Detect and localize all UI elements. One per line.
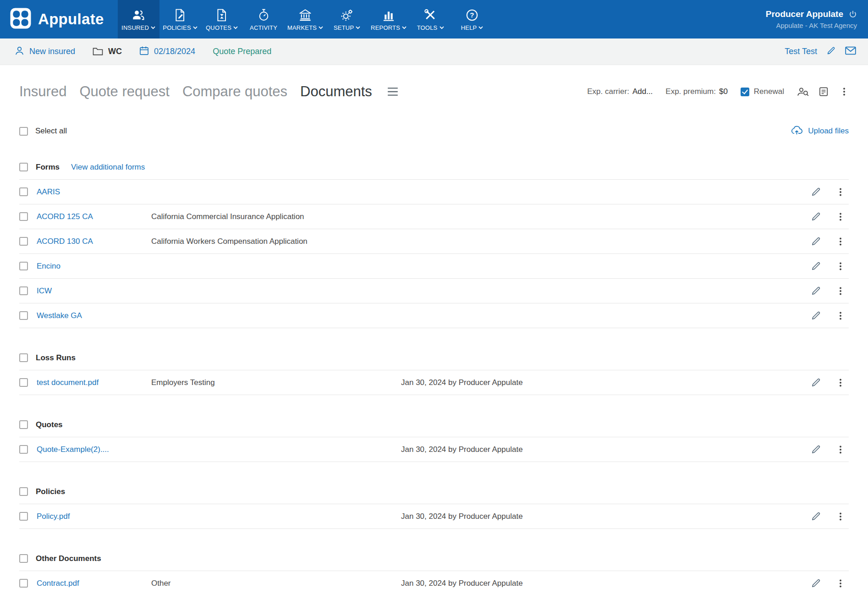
row-checkbox[interactable] [19,445,28,454]
document-description: California Workers Compensation Applicat… [151,237,401,246]
kebab-menu-icon[interactable] [836,378,845,388]
row-checkbox[interactable] [19,311,28,320]
row-checkbox[interactable] [19,262,28,270]
kebab-menu-icon[interactable] [840,87,849,97]
tab-quote-request[interactable]: Quote request [79,83,169,100]
main-content: Insured Quote request Compare quotes Doc… [0,83,868,594]
nav-reports[interactable]: REPORTS [368,0,410,38]
section-checkbox[interactable] [19,420,28,429]
user-link[interactable]: Test Test [785,47,817,56]
edit-icon[interactable] [811,261,821,271]
document-row: test document.pdf Employers Testing Jan … [19,370,849,395]
bar-chart-icon [382,8,395,22]
nav-tools[interactable]: TOOLS [410,0,451,38]
edit-icon[interactable] [811,511,821,522]
document-row: Encino [19,254,849,279]
nav-quotes[interactable]: QUOTES [201,0,243,38]
document-link[interactable]: Encino [37,262,151,271]
document-meta: Jan 30, 2024 by Producer Appulate [401,579,798,588]
document-row: Quote-Example(2).... Jan 30, 2024 by Pro… [19,437,849,462]
nav-markets[interactable]: MARKETS [285,0,326,38]
nav-label: HELP [461,24,477,31]
section-header-forms: Forms View additional forms [19,155,849,180]
person-search-icon[interactable] [797,87,809,97]
tab-compare-quotes[interactable]: Compare quotes [182,83,287,100]
select-all-checkbox[interactable] [19,127,28,136]
row-checkbox[interactable] [19,237,28,246]
document-link[interactable]: test document.pdf [37,378,151,387]
edit-icon[interactable] [811,286,821,296]
nav-setup[interactable]: SETUP [326,0,368,38]
new-insured-button[interactable]: New insured [15,46,75,58]
document-link[interactable]: ICW [37,286,151,296]
section-checkbox[interactable] [19,554,28,563]
document-link[interactable]: AARIS [37,187,151,197]
chevron-down-icon [402,26,407,29]
document-link[interactable]: Policy.pdf [37,512,151,521]
row-checkbox[interactable] [19,212,28,221]
nav-activity[interactable]: ACTIVITY [243,0,285,38]
document-description: Employers Testing [151,378,401,387]
section-title: Other Documents [36,554,101,563]
document-link[interactable]: Westlake GA [37,311,151,320]
section-checkbox[interactable] [19,487,28,496]
row-checkbox[interactable] [19,286,28,295]
renewal-label: Renewal [754,87,784,96]
section-title: Loss Runs [36,353,76,363]
exp-premium-value: $0 [719,87,728,96]
brand[interactable]: Appulate [0,0,118,38]
kebab-menu-icon[interactable] [836,512,845,522]
edit-icon[interactable] [811,211,821,222]
kebab-menu-icon[interactable] [836,311,845,321]
edit-icon[interactable] [811,377,821,388]
kebab-menu-icon[interactable] [836,261,845,271]
nav-label: SETUP [334,24,354,31]
view-additional-forms-link[interactable]: View additional forms [71,163,145,172]
renewal-checkbox[interactable] [741,88,749,96]
tabs-menu-icon[interactable] [387,87,399,96]
tab-documents[interactable]: Documents [300,83,372,100]
document-link[interactable]: Contract.pdf [37,579,151,588]
section-header-other-documents: Other Documents [19,546,849,571]
pencil-icon [826,46,836,58]
tab-insured[interactable]: Insured [19,83,66,100]
kebab-menu-icon[interactable] [836,445,845,455]
edit-icon[interactable] [811,310,821,321]
document-link[interactable]: Quote-Example(2).... [37,445,151,454]
exp-carrier-add-link[interactable]: Add... [632,87,653,96]
chevron-down-icon [151,26,155,29]
edit-icon[interactable] [811,187,821,197]
edit-user-button[interactable] [826,46,836,58]
kebab-menu-icon[interactable] [836,212,845,222]
effective-date-button[interactable]: 02/18/2024 [139,46,195,58]
section-checkbox[interactable] [19,353,28,362]
kebab-menu-icon[interactable] [836,578,845,588]
main-menu: INSURED POLICIES QUOTES ACTIVITY MARKETS [118,0,493,38]
section-checkbox[interactable] [19,163,28,171]
kebab-menu-icon[interactable] [836,187,845,197]
edit-icon[interactable] [811,578,821,588]
edit-icon[interactable] [811,444,821,455]
logout-power-icon[interactable] [849,10,857,18]
row-checkbox[interactable] [19,579,28,588]
edit-icon[interactable] [811,236,821,247]
email-button[interactable] [845,46,856,57]
nav-label: POLICIES [163,24,191,31]
nav-label: MARKETS [287,24,317,31]
notes-icon[interactable] [819,87,830,97]
row-checkbox[interactable] [19,512,28,521]
nav-label: TOOLS [417,24,438,31]
nav-policies[interactable]: POLICIES [159,0,201,38]
kebab-menu-icon[interactable] [836,236,845,247]
document-link[interactable]: ACORD 125 CA [37,212,151,221]
nav-insured[interactable]: INSURED [118,0,159,38]
upload-files-button[interactable]: Upload files [791,125,849,138]
document-row: ICW [19,279,849,303]
exp-premium-label: Exp. premium: [665,87,716,96]
row-checkbox[interactable] [19,378,28,387]
row-checkbox[interactable] [19,187,28,196]
appulate-logo-icon [10,8,31,31]
nav-help[interactable]: ? HELP [451,0,493,38]
document-link[interactable]: ACORD 130 CA [37,237,151,246]
kebab-menu-icon[interactable] [836,286,845,296]
